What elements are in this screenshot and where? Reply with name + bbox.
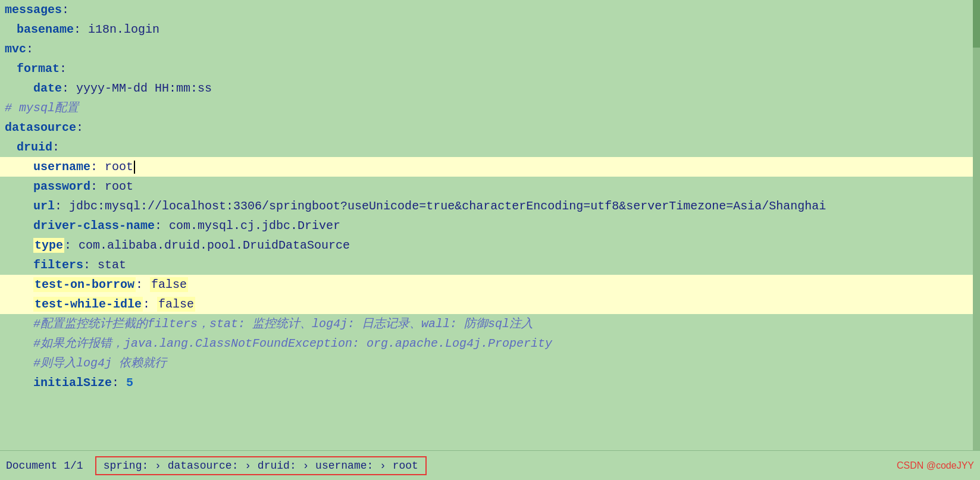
comment-token: #则导入log4j 依赖就行 (33, 356, 167, 370)
value-token: root (105, 180, 133, 193)
editor-container: messages: basename: i18n.login mvc: form… (0, 0, 980, 480)
code-line: datasource: (0, 118, 980, 137)
line-content: test-on-borrow: false (0, 275, 980, 294)
line-content: druid: (0, 137, 980, 157)
code-area: messages: basename: i18n.login mvc: form… (0, 0, 980, 450)
text-cursor (134, 161, 135, 174)
code-line: test-while-idle: false (0, 294, 980, 314)
code-line: #配置监控统计拦截的filters，stat: 监控统计、log4j: 日志记录… (0, 314, 980, 334)
code-line: messages: (0, 0, 980, 20)
code-line-username: username: root (0, 157, 980, 177)
key-token: druid (17, 140, 52, 154)
line-content: password: root (0, 177, 980, 196)
key-token: basename (17, 23, 74, 36)
key-token: test-while-idle (33, 297, 143, 312)
line-content: basename: i18n.login (0, 20, 980, 39)
code-line: basename: i18n.login (0, 20, 980, 39)
line-content: initialSize: 5 (0, 373, 980, 393)
code-line: druid: (0, 137, 980, 157)
line-content: filters: stat (0, 255, 980, 275)
line-content: username: root (0, 157, 980, 177)
line-content: type: com.alibaba.druid.pool.DruidDataSo… (0, 236, 980, 255)
comment-token: #如果允许报错，java.lang.ClassNotFoundException… (33, 337, 552, 350)
value-token: i18n.login (88, 23, 159, 36)
key-token: datasource (5, 121, 76, 134)
line-content: #配置监控统计拦截的filters，stat: 监控统计、log4j: 日志记录… (0, 314, 980, 334)
code-line: initialSize: 5 (0, 373, 980, 393)
line-content: datasource: (0, 118, 980, 137)
key-token: initialSize (33, 376, 112, 390)
value-token: 5 (126, 376, 133, 390)
value-token: jdbc:mysql://localhost:3306/springboot?u… (69, 199, 826, 213)
line-content: format: (0, 59, 980, 79)
value-token: com.alibaba.druid.pool.DruidDataSource (79, 239, 350, 252)
value-token: false (157, 297, 195, 312)
scrollbar-thumb[interactable] (973, 0, 980, 48)
value-token: root (105, 160, 133, 174)
key-token: type (33, 238, 64, 253)
line-content: mvc: (0, 39, 980, 59)
line-content: messages: (0, 0, 980, 20)
line-content: driver-class-name: com.mysql.cj.jdbc.Dri… (0, 216, 980, 236)
value-token: false (150, 277, 188, 292)
brand-label: CSDN @codeJYY (897, 460, 974, 471)
key-token: messages (5, 3, 62, 17)
key-token: username (33, 160, 90, 174)
code-line: driver-class-name: com.mysql.cj.jdbc.Dri… (0, 216, 980, 236)
code-line: # mysql配置 (0, 98, 980, 118)
comment-token: #配置监控统计拦截的filters，stat: 监控统计、log4j: 日志记录… (33, 317, 533, 331)
code-line: url: jdbc:mysql://localhost:3306/springb… (0, 196, 980, 216)
line-content: #则导入log4j 依赖就行 (0, 353, 980, 373)
line-content: # mysql配置 (0, 98, 980, 118)
code-line: mvc: (0, 39, 980, 59)
key-token: mvc (5, 42, 26, 56)
breadcrumb: spring: › datasource: › druid: › usernam… (95, 456, 427, 475)
line-content: #如果允许报错，java.lang.ClassNotFoundException… (0, 334, 980, 353)
key-token: password (33, 180, 90, 193)
key-token: date (33, 81, 62, 95)
key-token: driver-class-name (33, 219, 155, 233)
line-content: date: yyyy-MM-dd HH:mm:ss (0, 79, 980, 98)
key-token: test-on-borrow (33, 277, 136, 292)
value-token: stat (98, 258, 126, 272)
comment-token: # mysql配置 (5, 101, 79, 115)
key-token: url (33, 199, 55, 213)
status-bar: Document 1/1 spring: › datasource: › dru… (0, 450, 980, 480)
code-line: #如果允许报错，java.lang.ClassNotFoundException… (0, 334, 980, 353)
code-line: password: root (0, 177, 980, 196)
scrollbar[interactable] (973, 0, 980, 450)
key-token: format (17, 62, 60, 76)
value-token: yyyy-MM-dd HH:mm:ss (76, 81, 212, 95)
code-line: date: yyyy-MM-dd HH:mm:ss (0, 79, 980, 98)
value-token: com.mysql.cj.jdbc.Driver (169, 219, 340, 233)
code-line: test-on-borrow: false (0, 275, 980, 294)
line-content: url: jdbc:mysql://localhost:3306/springb… (0, 196, 980, 216)
document-label: Document 1/1 (6, 460, 83, 472)
code-line: #则导入log4j 依赖就行 (0, 353, 980, 373)
code-line: type: com.alibaba.druid.pool.DruidDataSo… (0, 236, 980, 255)
code-line: filters: stat (0, 255, 980, 275)
key-token: filters (33, 258, 83, 272)
code-line: format: (0, 59, 980, 79)
line-content: test-while-idle: false (0, 294, 980, 314)
